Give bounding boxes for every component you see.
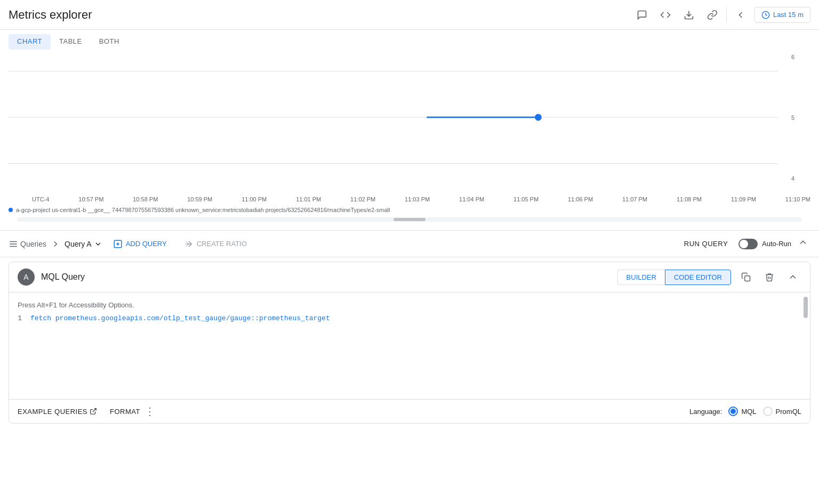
chart-scrollbar[interactable] xyxy=(17,217,802,222)
time-selector-label: Last 15 m xyxy=(773,11,804,19)
editor-toggle-group: BUILDER CODE EDITOR xyxy=(617,270,731,285)
mql-radio-inner xyxy=(730,409,736,414)
code-icon-btn[interactable] xyxy=(656,5,675,25)
download-icon xyxy=(684,10,694,20)
x-label-1110: 11:10 PM xyxy=(785,196,810,202)
query-a-button[interactable]: Query A xyxy=(65,240,102,248)
vertical-scrollbar[interactable] xyxy=(804,297,808,318)
chevron-right-icon xyxy=(51,239,60,249)
copy-icon xyxy=(741,272,751,282)
link-icon-btn[interactable] xyxy=(703,5,722,25)
svg-point-5 xyxy=(535,114,542,121)
query-toolbar: Queries Query A ADD QUERY CREATE RATIO R… xyxy=(0,230,819,257)
toggle-knob xyxy=(740,240,748,248)
chart-section: CHART TABLE BOTH 6 5 4 UTC-4 10:57 xyxy=(0,30,819,226)
code-content-1: fetch prometheus.googleapis.com/otlp_tes… xyxy=(30,314,330,322)
promql-radio-label: PromQL xyxy=(776,408,801,416)
chevron-down-icon xyxy=(94,240,102,248)
svg-rect-13 xyxy=(745,276,750,281)
query-panel: A MQL Query BUILDER CODE EDITOR Press Al… xyxy=(9,262,810,424)
builder-button[interactable]: BUILDER xyxy=(617,270,665,285)
download-icon-btn[interactable] xyxy=(679,5,698,25)
query-avatar: A xyxy=(18,269,35,286)
expand-icon xyxy=(788,272,798,282)
run-query-button[interactable]: RUN QUERY xyxy=(678,237,734,251)
language-selector: Language: MQL PromQL xyxy=(689,407,801,416)
mql-radio-label: MQL xyxy=(741,408,756,416)
x-label-1106: 11:06 PM xyxy=(568,196,593,202)
queries-label: Queries xyxy=(20,240,46,248)
code-line-1: 1 fetch prometheus.googleapis.com/otlp_t… xyxy=(9,313,810,323)
header-divider xyxy=(726,7,727,22)
create-ratio-label: CREATE RATIO xyxy=(197,240,247,248)
more-options-button[interactable]: ⋮ xyxy=(144,405,155,418)
clock-icon xyxy=(761,11,770,19)
tab-chart[interactable]: CHART xyxy=(9,34,51,50)
code-editor-button[interactable]: CODE EDITOR xyxy=(665,270,731,285)
format-button[interactable]: FORMAT xyxy=(110,408,140,416)
add-query-icon xyxy=(113,239,123,249)
create-ratio-button[interactable]: CREATE RATIO xyxy=(178,236,253,252)
x-label-utc: UTC-4 xyxy=(32,196,49,202)
create-ratio-icon xyxy=(184,239,194,249)
example-queries-button[interactable]: EXAMPLE QUERIES xyxy=(18,408,97,416)
auto-run-label: Auto-Run xyxy=(762,240,791,248)
x-label-1105: 11:05 PM xyxy=(513,196,539,202)
accessibility-notice: Press Alt+F1 for Accessibility Options. xyxy=(9,297,810,313)
tab-both[interactable]: BOTH xyxy=(91,34,128,50)
svg-line-14 xyxy=(93,409,96,412)
language-label: Language: xyxy=(689,408,722,416)
expand-panel-button[interactable] xyxy=(784,269,801,286)
example-queries-label: EXAMPLE QUERIES xyxy=(18,408,87,416)
legend-dot xyxy=(9,208,13,212)
mql-radio-circle xyxy=(728,407,738,416)
code-editor-area[interactable]: Press Alt+F1 for Accessibility Options. … xyxy=(9,292,810,399)
query-panel-title: MQL Query xyxy=(41,272,611,282)
x-label-1058: 10:58 PM xyxy=(133,196,158,202)
auto-run-toggle: Auto-Run xyxy=(738,239,791,249)
chart-legend: a-gcp-project us-central1-b __gce__ 7447… xyxy=(0,205,819,215)
x-label-1059: 10:59 PM xyxy=(187,196,212,202)
tab-table[interactable]: TABLE xyxy=(51,34,91,50)
delete-button[interactable] xyxy=(761,269,778,286)
y-label-4: 4 xyxy=(791,175,810,182)
back-button[interactable] xyxy=(731,5,750,25)
header-actions: Last 15 m xyxy=(632,5,810,25)
auto-run-switch[interactable] xyxy=(738,239,758,249)
comment-icon-btn[interactable] xyxy=(632,5,652,25)
x-label-1102: 11:02 PM xyxy=(350,196,375,202)
time-selector[interactable]: Last 15 m xyxy=(754,7,810,23)
y-label-6: 6 xyxy=(791,54,810,60)
x-label-1104: 11:04 PM xyxy=(459,196,484,202)
chart-tabs: CHART TABLE BOTH xyxy=(0,34,819,50)
add-query-button[interactable]: ADD QUERY xyxy=(107,236,173,252)
x-label-1109: 11:09 PM xyxy=(731,196,756,202)
x-label-1103: 11:03 PM xyxy=(405,196,430,202)
app-title: Metrics explorer xyxy=(9,8,92,22)
app-header: Metrics explorer Last 15 m xyxy=(0,0,819,30)
query-bottom-bar: EXAMPLE QUERIES FORMAT ⋮ Language: MQL P… xyxy=(9,399,810,423)
x-label-1107: 11:07 PM xyxy=(622,196,647,202)
queries-nav: Queries xyxy=(9,239,46,249)
copy-button[interactable] xyxy=(737,269,754,286)
y-label-5: 5 xyxy=(791,115,810,121)
line-number-1: 1 xyxy=(9,314,30,322)
y-axis-labels: 6 5 4 xyxy=(789,54,810,182)
x-label-1100: 11:00 PM xyxy=(242,196,267,202)
x-axis-labels: UTC-4 10:57 PM 10:58 PM 10:59 PM 11:00 P… xyxy=(0,194,819,205)
query-panel-header: A MQL Query BUILDER CODE EDITOR xyxy=(9,262,810,292)
promql-radio-option[interactable]: PromQL xyxy=(763,407,801,416)
x-label-1101: 11:01 PM xyxy=(296,196,321,202)
query-a-label: Query A xyxy=(65,240,92,248)
external-link-icon xyxy=(90,408,97,415)
scrollbar-thumb xyxy=(394,218,425,221)
comment-icon xyxy=(637,10,647,20)
menu-icon xyxy=(9,239,18,249)
collapse-query-button[interactable] xyxy=(796,235,810,253)
code-icon xyxy=(660,10,671,20)
add-query-label: ADD QUERY xyxy=(126,240,167,248)
chart-svg xyxy=(9,54,789,192)
delete-icon xyxy=(765,272,774,282)
collapse-icon xyxy=(798,237,808,248)
mql-radio-option[interactable]: MQL xyxy=(728,407,756,416)
